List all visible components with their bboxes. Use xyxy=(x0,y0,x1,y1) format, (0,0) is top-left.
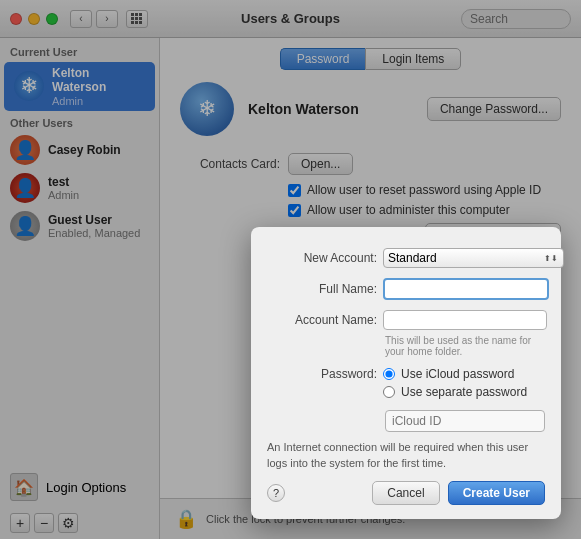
icloud-radio-label: Use iCloud password xyxy=(401,367,514,381)
password-label: Password: xyxy=(267,365,377,381)
separate-radio[interactable] xyxy=(383,386,395,398)
new-account-select-wrapper: Standard Administrator Managed with Pare… xyxy=(383,248,564,268)
password-options: Use iCloud password Use separate passwor… xyxy=(383,365,543,401)
modal-account-name-row: Account Name: xyxy=(251,305,561,335)
create-user-modal: New Account: Standard Administrator Mana… xyxy=(251,227,561,519)
modal-overlay: New Account: Standard Administrator Mana… xyxy=(0,0,581,539)
account-name-input[interactable] xyxy=(383,310,547,330)
create-user-button[interactable]: Create User xyxy=(448,481,545,505)
modal-footer: ? Cancel Create User xyxy=(251,477,561,505)
full-name-label: Full Name: xyxy=(267,282,377,296)
cancel-button[interactable]: Cancel xyxy=(372,481,439,505)
icloud-id-input[interactable] xyxy=(385,410,545,432)
separate-radio-label: Use separate password xyxy=(401,385,527,399)
full-name-input[interactable] xyxy=(383,278,549,300)
icloud-radio-row: Use iCloud password xyxy=(383,365,543,383)
new-account-label: New Account: xyxy=(267,251,377,265)
account-name-hint: This will be used as the name for your h… xyxy=(251,335,561,361)
help-button[interactable]: ? xyxy=(267,484,285,502)
modal-description: An Internet connection will be required … xyxy=(251,432,561,477)
modal-new-account-row: New Account: Standard Administrator Mana… xyxy=(251,243,561,273)
modal-password-row: Password: Use iCloud password Use separa… xyxy=(251,361,561,406)
icloud-radio[interactable] xyxy=(383,368,395,380)
separate-radio-row: Use separate password xyxy=(383,383,543,401)
new-account-select[interactable]: Standard Administrator Managed with Pare… xyxy=(383,248,564,268)
account-name-label: Account Name: xyxy=(267,313,377,327)
modal-full-name-row: Full Name: xyxy=(251,273,561,305)
